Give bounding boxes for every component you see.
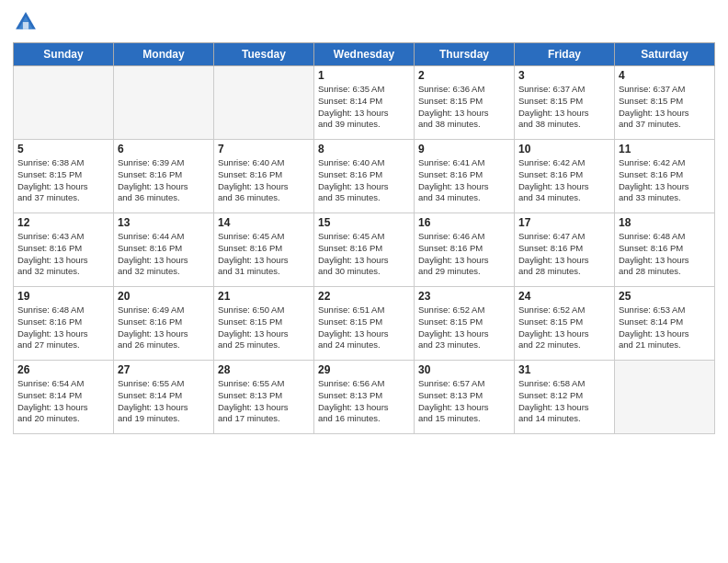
day-cell — [615, 361, 715, 434]
day-info: Sunrise: 6:37 AM Sunset: 8:15 PM Dayligh… — [619, 84, 711, 131]
day-cell: 8Sunrise: 6:40 AM Sunset: 8:16 PM Daylig… — [314, 140, 415, 213]
day-number: 31 — [518, 363, 610, 376]
day-number: 30 — [418, 363, 510, 376]
weekday-sunday: Sunday — [14, 43, 114, 66]
day-number: 15 — [318, 216, 410, 229]
day-cell: 15Sunrise: 6:45 AM Sunset: 8:16 PM Dayli… — [314, 213, 415, 287]
day-number: 14 — [218, 216, 310, 229]
day-cell: 24Sunrise: 6:52 AM Sunset: 8:15 PM Dayli… — [515, 287, 615, 361]
day-cell: 22Sunrise: 6:51 AM Sunset: 8:15 PM Dayli… — [314, 287, 415, 361]
day-info: Sunrise: 6:44 AM Sunset: 8:16 PM Dayligh… — [118, 231, 210, 278]
day-number: 11 — [619, 143, 711, 155]
day-number: 20 — [118, 290, 210, 303]
weekday-friday: Friday — [515, 43, 615, 66]
day-info: Sunrise: 6:40 AM Sunset: 8:16 PM Dayligh… — [318, 157, 410, 204]
day-info: Sunrise: 6:58 AM Sunset: 8:12 PM Dayligh… — [518, 378, 610, 425]
day-number: 17 — [518, 216, 610, 229]
day-cell: 5Sunrise: 6:38 AM Sunset: 8:15 PM Daylig… — [14, 140, 114, 213]
day-number: 23 — [418, 290, 510, 303]
day-cell: 9Sunrise: 6:41 AM Sunset: 8:16 PM Daylig… — [415, 140, 515, 213]
day-number: 16 — [418, 216, 510, 229]
day-cell: 13Sunrise: 6:44 AM Sunset: 8:16 PM Dayli… — [114, 213, 214, 287]
day-info: Sunrise: 6:40 AM Sunset: 8:16 PM Dayligh… — [218, 157, 310, 204]
day-cell: 14Sunrise: 6:45 AM Sunset: 8:16 PM Dayli… — [214, 213, 314, 287]
day-info: Sunrise: 6:54 AM Sunset: 8:14 PM Dayligh… — [17, 378, 109, 425]
day-number: 8 — [318, 143, 410, 155]
day-cell: 18Sunrise: 6:48 AM Sunset: 8:16 PM Dayli… — [615, 213, 715, 287]
day-number: 3 — [518, 69, 610, 82]
day-number: 12 — [17, 216, 109, 229]
weekday-header-row: SundayMondayTuesdayWednesdayThursdayFrid… — [14, 43, 715, 66]
day-number: 27 — [118, 363, 210, 376]
day-info: Sunrise: 6:42 AM Sunset: 8:16 PM Dayligh… — [619, 157, 711, 204]
day-info: Sunrise: 6:55 AM Sunset: 8:13 PM Dayligh… — [218, 378, 310, 425]
day-info: Sunrise: 6:48 AM Sunset: 8:16 PM Dayligh… — [619, 231, 711, 278]
day-info: Sunrise: 6:49 AM Sunset: 8:16 PM Dayligh… — [118, 304, 210, 351]
day-cell: 30Sunrise: 6:57 AM Sunset: 8:13 PM Dayli… — [415, 361, 515, 434]
day-number: 2 — [418, 69, 510, 82]
day-info: Sunrise: 6:47 AM Sunset: 8:16 PM Dayligh… — [518, 231, 610, 278]
day-cell: 4Sunrise: 6:37 AM Sunset: 8:15 PM Daylig… — [615, 66, 715, 140]
day-info: Sunrise: 6:45 AM Sunset: 8:16 PM Dayligh… — [318, 231, 410, 278]
weekday-saturday: Saturday — [615, 43, 715, 66]
day-info: Sunrise: 6:52 AM Sunset: 8:15 PM Dayligh… — [518, 304, 610, 351]
day-number: 29 — [318, 363, 410, 376]
day-cell: 29Sunrise: 6:56 AM Sunset: 8:13 PM Dayli… — [314, 361, 415, 434]
day-cell: 26Sunrise: 6:54 AM Sunset: 8:14 PM Dayli… — [14, 361, 114, 434]
svg-rect-2 — [23, 22, 28, 29]
weekday-tuesday: Tuesday — [214, 43, 314, 66]
day-number: 9 — [418, 143, 510, 155]
weekday-monday: Monday — [114, 43, 214, 66]
day-info: Sunrise: 6:48 AM Sunset: 8:16 PM Dayligh… — [17, 304, 109, 351]
day-info: Sunrise: 6:35 AM Sunset: 8:14 PM Dayligh… — [318, 84, 410, 131]
day-cell: 20Sunrise: 6:49 AM Sunset: 8:16 PM Dayli… — [114, 287, 214, 361]
day-info: Sunrise: 6:46 AM Sunset: 8:16 PM Dayligh… — [418, 231, 510, 278]
day-info: Sunrise: 6:56 AM Sunset: 8:13 PM Dayligh… — [318, 378, 410, 425]
day-number: 4 — [619, 69, 711, 82]
day-cell: 2Sunrise: 6:36 AM Sunset: 8:15 PM Daylig… — [415, 66, 515, 140]
day-cell: 1Sunrise: 6:35 AM Sunset: 8:14 PM Daylig… — [314, 66, 415, 140]
day-cell: 17Sunrise: 6:47 AM Sunset: 8:16 PM Dayli… — [515, 213, 615, 287]
day-info: Sunrise: 6:42 AM Sunset: 8:16 PM Dayligh… — [518, 157, 610, 204]
week-row-2: 12Sunrise: 6:43 AM Sunset: 8:16 PM Dayli… — [14, 213, 715, 287]
day-number: 22 — [318, 290, 410, 303]
day-cell: 27Sunrise: 6:55 AM Sunset: 8:14 PM Dayli… — [114, 361, 214, 434]
day-number: 26 — [17, 363, 109, 376]
weekday-thursday: Thursday — [415, 43, 515, 66]
header — [13, 9, 715, 35]
week-row-3: 19Sunrise: 6:48 AM Sunset: 8:16 PM Dayli… — [14, 287, 715, 361]
day-cell: 31Sunrise: 6:58 AM Sunset: 8:12 PM Dayli… — [515, 361, 615, 434]
day-number: 10 — [518, 143, 610, 155]
day-cell: 28Sunrise: 6:55 AM Sunset: 8:13 PM Dayli… — [214, 361, 314, 434]
day-info: Sunrise: 6:53 AM Sunset: 8:14 PM Dayligh… — [619, 304, 711, 351]
day-number: 1 — [318, 69, 410, 82]
day-info: Sunrise: 6:45 AM Sunset: 8:16 PM Dayligh… — [218, 231, 310, 278]
page: SundayMondayTuesdayWednesdayThursdayFrid… — [0, 0, 728, 563]
week-row-1: 5Sunrise: 6:38 AM Sunset: 8:15 PM Daylig… — [14, 140, 715, 213]
week-row-0: 1Sunrise: 6:35 AM Sunset: 8:14 PM Daylig… — [14, 66, 715, 140]
day-cell: 16Sunrise: 6:46 AM Sunset: 8:16 PM Dayli… — [415, 213, 515, 287]
day-number: 24 — [518, 290, 610, 303]
day-number: 5 — [17, 143, 109, 155]
day-info: Sunrise: 6:57 AM Sunset: 8:13 PM Dayligh… — [418, 378, 510, 425]
day-number: 6 — [118, 143, 210, 155]
day-number: 28 — [218, 363, 310, 376]
day-number: 13 — [118, 216, 210, 229]
day-info: Sunrise: 6:39 AM Sunset: 8:16 PM Dayligh… — [118, 157, 210, 204]
day-cell — [114, 66, 214, 140]
calendar: SundayMondayTuesdayWednesdayThursdayFrid… — [13, 42, 715, 434]
day-info: Sunrise: 6:36 AM Sunset: 8:15 PM Dayligh… — [418, 84, 510, 131]
day-number: 7 — [218, 143, 310, 155]
day-cell: 6Sunrise: 6:39 AM Sunset: 8:16 PM Daylig… — [114, 140, 214, 213]
day-cell: 12Sunrise: 6:43 AM Sunset: 8:16 PM Dayli… — [14, 213, 114, 287]
day-cell: 10Sunrise: 6:42 AM Sunset: 8:16 PM Dayli… — [515, 140, 615, 213]
logo — [13, 9, 42, 35]
day-info: Sunrise: 6:55 AM Sunset: 8:14 PM Dayligh… — [118, 378, 210, 425]
logo-icon — [13, 9, 39, 35]
day-cell — [14, 66, 114, 140]
day-info: Sunrise: 6:37 AM Sunset: 8:15 PM Dayligh… — [518, 84, 610, 131]
day-cell: 19Sunrise: 6:48 AM Sunset: 8:16 PM Dayli… — [14, 287, 114, 361]
day-cell: 25Sunrise: 6:53 AM Sunset: 8:14 PM Dayli… — [615, 287, 715, 361]
day-number: 21 — [218, 290, 310, 303]
day-info: Sunrise: 6:52 AM Sunset: 8:15 PM Dayligh… — [418, 304, 510, 351]
